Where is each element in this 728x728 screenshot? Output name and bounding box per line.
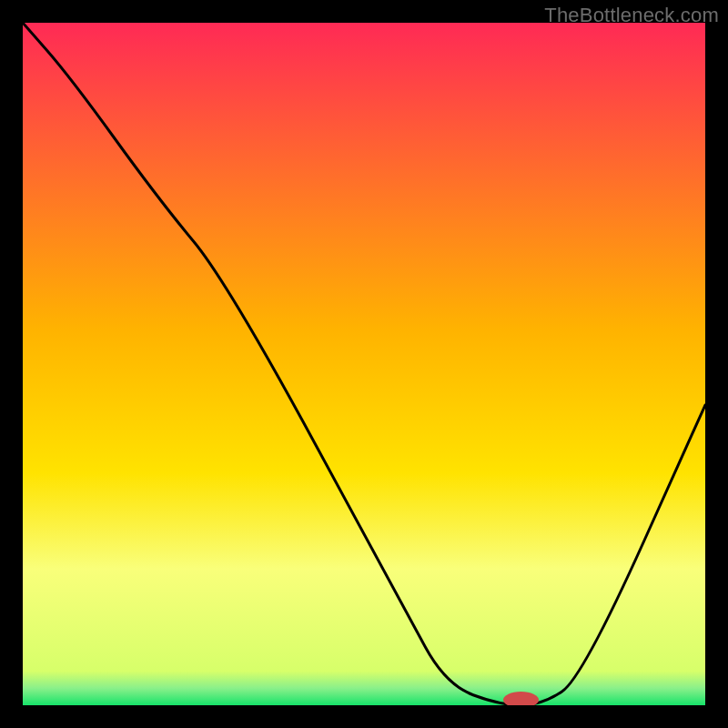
plot-svg	[23, 23, 705, 705]
plot-area	[23, 23, 705, 705]
gradient-background	[23, 23, 705, 705]
chart-frame: TheBottleneck.com	[0, 0, 728, 728]
watermark-text: TheBottleneck.com	[544, 4, 719, 27]
